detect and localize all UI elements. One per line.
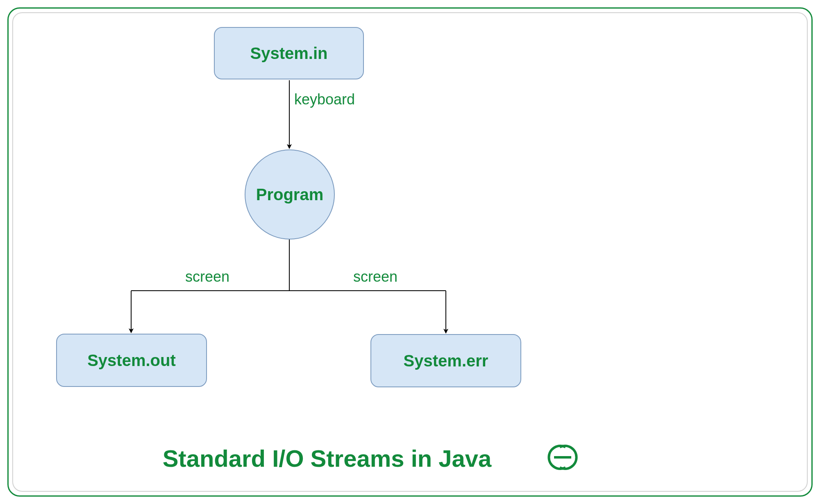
node-program-label: Program [256, 185, 324, 204]
node-system-in: System.in [214, 27, 364, 79]
node-system-err: System.err [370, 334, 521, 387]
edge-label-screen-right: screen [353, 268, 398, 285]
diagram-title: Standard I/O Streams in Java [147, 445, 507, 472]
inner-frame [12, 12, 808, 492]
node-program: Program [245, 149, 335, 240]
node-system-out: System.out [56, 334, 207, 387]
node-system-out-label: System.out [87, 351, 176, 370]
edge-label-screen-left: screen [185, 268, 229, 285]
node-system-err-label: System.err [404, 352, 488, 370]
edge-label-keyboard: keyboard [294, 91, 355, 108]
node-system-in-label: System.in [250, 44, 328, 63]
logo-gg [536, 439, 589, 477]
